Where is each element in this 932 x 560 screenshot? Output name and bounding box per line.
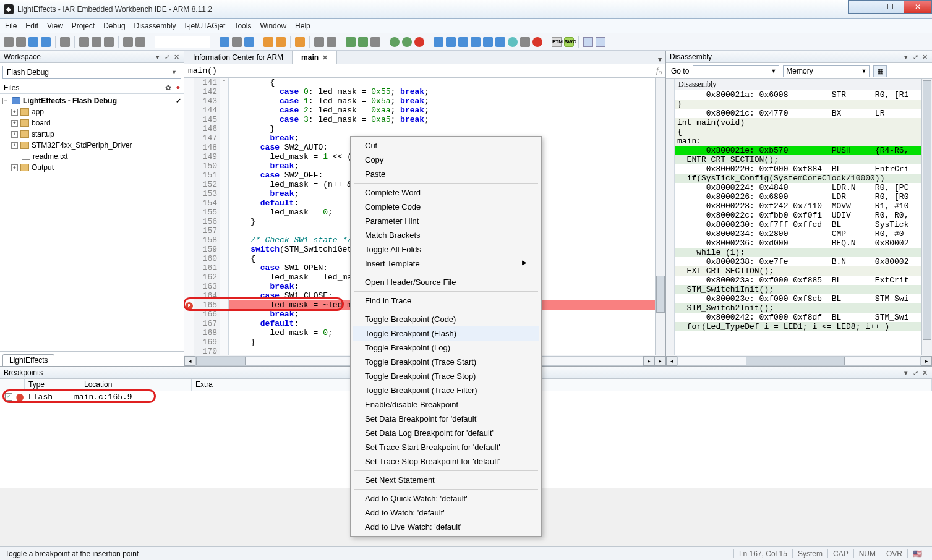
view-combo[interactable]: Memory▼ — [783, 65, 870, 77]
bookmark-next-icon[interactable] — [276, 37, 286, 47]
go-green-icon[interactable] — [508, 37, 518, 47]
col-extra[interactable]: Extra — [192, 379, 932, 391]
compile-icon[interactable] — [314, 37, 324, 47]
disasm-vscrollbar[interactable] — [921, 79, 932, 355]
menu-debug[interactable]: Debug — [103, 22, 125, 30]
context-menu-item[interactable]: Toggle Breakpoint (Code) — [353, 312, 539, 326]
context-menu-item[interactable]: Match Brackets — [353, 228, 539, 242]
gear-icon[interactable]: ✿ — [165, 83, 171, 92]
status-flag-icon[interactable]: 🇺🇸 — [907, 549, 927, 558]
context-menu-item[interactable]: Complete Code — [353, 200, 539, 214]
disasm-hscrollbar[interactable]: ◂▸ — [666, 355, 932, 366]
bookmark-icon[interactable] — [263, 37, 273, 47]
context-menu-item[interactable]: Add to Live Watch: 'default' — [353, 520, 539, 534]
step-into-icon[interactable] — [458, 37, 468, 47]
trace-icon1[interactable] — [583, 37, 593, 47]
menu-window[interactable]: Window — [260, 22, 286, 30]
tree-item[interactable]: readme.txt — [2, 151, 181, 162]
tree-item[interactable]: +Output — [2, 162, 181, 173]
stop-icon[interactable] — [414, 37, 424, 47]
menu-view[interactable]: View — [47, 22, 63, 30]
pin-icon[interactable]: ⤢ — [163, 53, 171, 61]
disasm-mode-button[interactable]: ▦ — [873, 65, 887, 77]
file-tree[interactable]: − LightEffects - Flash Debug ✓ +app+boar… — [0, 94, 184, 351]
swo-icon[interactable]: SWO — [564, 37, 574, 47]
step-out-icon[interactable] — [471, 37, 481, 47]
save-all-icon[interactable] — [41, 37, 51, 47]
etm-icon[interactable]: ETM — [552, 37, 562, 47]
debug-nodown-icon[interactable] — [370, 37, 380, 47]
editor-vscrollbar[interactable] — [655, 78, 665, 355]
fx-icon[interactable]: f0 — [656, 66, 662, 77]
context-menu[interactable]: CutCopyPasteComplete WordComplete CodePa… — [350, 136, 542, 537]
expand-icon[interactable]: + — [11, 109, 18, 116]
tree-item[interactable]: +startup — [2, 129, 181, 140]
undo-icon[interactable] — [123, 37, 133, 47]
pin-icon[interactable]: ⤢ — [912, 53, 919, 61]
config-dropdown[interactable]: Flash Debug ▼ — [2, 66, 181, 79]
stop-debug-icon[interactable] — [532, 37, 542, 47]
context-menu-item[interactable]: Add to Quick Watch: 'default' — [353, 491, 539, 506]
close-button[interactable]: ✕ — [904, 0, 932, 14]
expand-icon[interactable]: + — [11, 120, 18, 127]
reset-icon[interactable] — [434, 37, 443, 47]
run-to-cursor-icon[interactable] — [483, 37, 493, 47]
context-menu-item[interactable]: Set Next Statement — [353, 473, 539, 487]
tree-item[interactable]: +STM32F4xx_StdPeriph_Driver — [2, 140, 181, 151]
context-menu-item[interactable]: Complete Word — [353, 185, 539, 200]
context-menu-item[interactable]: Copy — [353, 153, 539, 167]
close-panel-icon[interactable]: ✕ — [921, 369, 928, 376]
collapse-icon[interactable]: − — [2, 98, 9, 104]
tab-main[interactable]: main✕ — [293, 51, 337, 64]
workspace-tab[interactable]: LightEffects — [2, 354, 54, 366]
debug-icon[interactable] — [358, 37, 368, 47]
context-menu-item[interactable]: Paste — [353, 167, 539, 181]
pin-icon[interactable]: ⤢ — [912, 369, 919, 376]
search-combo[interactable] — [155, 36, 210, 48]
nav-back-icon[interactable] — [220, 37, 229, 47]
close-tab-icon[interactable]: ✕ — [322, 54, 328, 62]
open-icon[interactable] — [16, 37, 26, 47]
step-over-icon[interactable] — [446, 37, 456, 47]
download-icon[interactable] — [346, 37, 356, 47]
expand-icon[interactable]: + — [11, 142, 18, 149]
context-menu-item[interactable]: Toggle Breakpoint (Trace Stop) — [353, 369, 539, 383]
toggle-bp-icon[interactable] — [295, 37, 305, 47]
dropdown-icon[interactable]: ▾ — [902, 53, 910, 61]
context-menu-item[interactable]: Open Header/Source File — [353, 275, 539, 289]
menu-tools[interactable]: Tools — [234, 22, 251, 30]
context-menu-item[interactable]: Cut — [353, 138, 539, 153]
context-menu-item[interactable]: Set Trace Start Breakpoint for 'default' — [353, 440, 539, 454]
goto-combo[interactable]: ▼ — [693, 65, 779, 77]
col-type[interactable]: Type — [25, 379, 80, 391]
function-name[interactable]: main() — [188, 66, 217, 75]
tabs-dropdown-icon[interactable]: ▾ — [654, 55, 665, 64]
redo-icon[interactable] — [135, 37, 145, 47]
save-icon[interactable] — [28, 37, 38, 47]
tree-item[interactable]: +app — [2, 106, 181, 117]
cut-icon[interactable] — [79, 37, 89, 47]
menu-disassembly[interactable]: Disassembly — [134, 22, 176, 30]
context-menu-item[interactable]: Insert Template▶ — [353, 257, 539, 271]
context-menu-item[interactable]: Toggle Breakpoint (Trace Start) — [353, 355, 539, 369]
close-panel-icon[interactable]: ✕ — [921, 53, 928, 61]
nav-fwd-icon[interactable] — [244, 37, 254, 47]
context-menu-item[interactable]: Toggle Breakpoint (Trace Filter) — [353, 383, 539, 397]
paste-icon[interactable] — [104, 37, 114, 47]
find-icon[interactable] — [232, 37, 242, 47]
dropdown-icon[interactable]: ▾ — [902, 369, 910, 376]
disasm-listing[interactable]: 0x800021a: 0x6008 STR R0, [R1} 0x800021c… — [675, 90, 921, 331]
new-icon[interactable] — [4, 37, 14, 47]
red-dot-icon[interactable]: • — [176, 85, 180, 91]
restart-icon[interactable] — [402, 37, 412, 47]
tab-info-center[interactable]: Information Center for ARM — [184, 51, 293, 64]
expand-icon[interactable]: + — [11, 164, 18, 171]
menu-edit[interactable]: Edit — [25, 22, 38, 30]
context-menu-item[interactable]: Set Data Log Breakpoint for 'default' — [353, 426, 539, 440]
context-menu-item[interactable]: Find in Trace — [353, 294, 539, 308]
next-statement-icon[interactable] — [495, 37, 505, 47]
dropdown-icon[interactable]: ▾ — [154, 53, 161, 61]
copy-icon[interactable] — [92, 37, 101, 47]
context-menu-item[interactable]: Set Data Breakpoint for 'default' — [353, 412, 539, 426]
context-menu-item[interactable]: Toggle All Folds — [353, 242, 539, 257]
